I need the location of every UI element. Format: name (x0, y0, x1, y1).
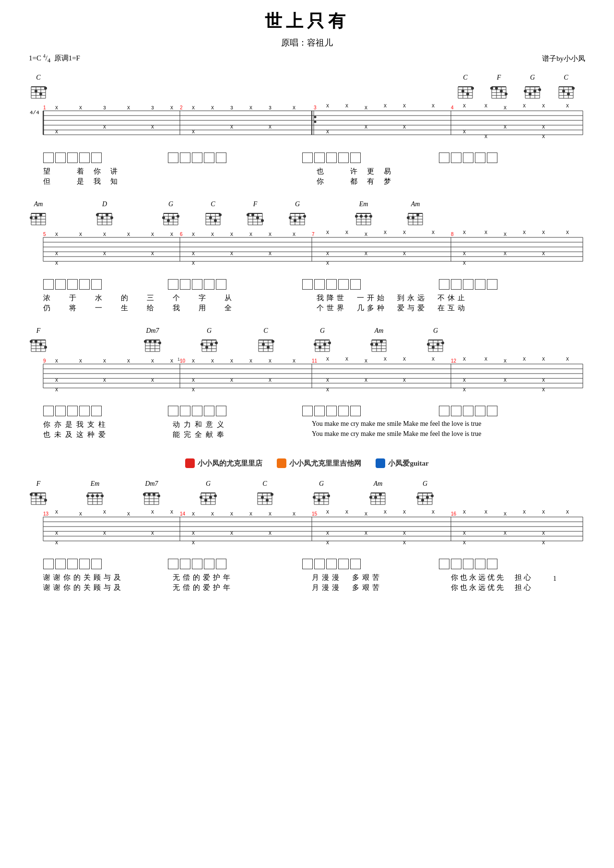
svg-point-299 (149, 340, 152, 343)
svg-text:X: X (103, 531, 106, 536)
svg-text:X: X (269, 531, 272, 536)
svg-text:X: X (542, 531, 545, 536)
chord-label-g9: G (423, 480, 427, 488)
svg-text:X: X (192, 387, 195, 393)
svg-point-23 (466, 93, 469, 95)
svg-point-47 (538, 88, 541, 91)
svg-point-520 (416, 496, 419, 499)
svg-point-181 (256, 216, 259, 219)
svg-text:4/4: 4/4 (30, 110, 39, 116)
svg-point-157 (167, 219, 170, 222)
chord-diagram-c2 (456, 83, 475, 101)
svg-text:X: X (504, 359, 507, 364)
svg-text:X: X (542, 134, 545, 140)
svg-text:X: X (403, 104, 406, 109)
header: 世上只有 原唱：容祖儿 (29, 10, 585, 48)
svg-text:X: X (504, 251, 507, 257)
svg-text:15: 15 (312, 511, 318, 516)
chord-label-g4: G (207, 327, 212, 335)
svg-point-33 (490, 87, 493, 90)
svg-text:X: X (566, 230, 569, 235)
svg-point-206 (360, 215, 363, 218)
svg-text:X: X (504, 106, 507, 111)
lyrics-row-7: 谢谢你的关顾与及 无偿的爱护年 月漫漫 多艰苦 你也永远优先 担心 (29, 573, 585, 582)
svg-text:X: X (151, 359, 154, 364)
svg-point-460 (157, 494, 160, 497)
svg-text:3: 3 (151, 106, 154, 111)
svg-point-495 (313, 496, 316, 499)
svg-text:X: X (103, 232, 106, 237)
svg-text:X: X (365, 106, 367, 111)
svg-point-218 (416, 213, 419, 216)
svg-text:X: X (345, 104, 348, 109)
svg-point-311 (201, 343, 203, 346)
svg-text:X: X (463, 251, 466, 257)
svg-text:X: X (403, 378, 406, 383)
svg-text:X: X (484, 357, 487, 362)
svg-text:X: X (192, 378, 195, 383)
svg-text:X: X (326, 531, 329, 536)
svg-point-326 (267, 346, 270, 349)
svg-point-193 (303, 215, 306, 218)
chord-diagram-g9 (415, 489, 435, 507)
chord-label-em2: Em (91, 480, 100, 488)
meta-row: 1=C 4/4 原调1=F 谱子by小小凤 (29, 53, 585, 64)
chord-diagram-g7 (199, 489, 218, 507)
svg-text:X: X (192, 359, 195, 364)
lyrics-row-2: 但 是我知 你 都有梦 (29, 177, 585, 186)
svg-text:X: X (293, 512, 295, 517)
svg-text:X: X (79, 232, 82, 237)
svg-text:X: X (542, 230, 545, 235)
chord-diagram-g8 (312, 489, 331, 507)
chord-diagram-dm7-1 (143, 336, 162, 354)
chord-label-g8: G (319, 480, 324, 488)
chord-label-c1: C (36, 74, 40, 82)
svg-point-349 (380, 340, 383, 343)
page-number: 1 (553, 575, 556, 583)
svg-point-130 (30, 216, 33, 219)
chord-label-f3: F (36, 327, 41, 335)
svg-point-314 (205, 346, 208, 349)
brand-text-3: 小凤爱guitar (388, 459, 428, 468)
svg-text:X: X (151, 232, 154, 237)
svg-text:X: X (230, 125, 233, 130)
svg-point-471 (214, 494, 217, 497)
section-4: F (29, 327, 585, 439)
svg-point-484 (261, 496, 264, 499)
page: 世上只有 原唱：容祖儿 1=C 4/4 原调1=F 谱子by小小凤 C (0, 0, 614, 868)
chord-diagram-g3 (288, 210, 307, 228)
svg-point-325 (262, 343, 265, 346)
svg-text:X: X (463, 378, 466, 383)
chord-diagram-em1 (354, 210, 373, 228)
svg-text:X: X (269, 359, 272, 364)
svg-text:3: 3 (269, 106, 272, 111)
svg-point-361 (427, 343, 430, 346)
svg-text:X: X (151, 531, 154, 536)
svg-point-9 (44, 87, 47, 90)
lyrics-row-1: 望 着你讲 也 许更易 (29, 167, 585, 176)
svg-point-46 (524, 90, 527, 93)
svg-text:X: X (463, 129, 466, 135)
svg-text:X: X (365, 378, 367, 383)
svg-text:X: X (192, 512, 195, 517)
chord-diagram-am3 (369, 336, 389, 354)
svg-point-473 (204, 499, 207, 502)
svg-text:X: X (293, 106, 295, 111)
svg-point-431 (30, 493, 33, 496)
chord-label-em1: Em (359, 200, 368, 208)
svg-point-288 (44, 346, 47, 349)
svg-point-22 (461, 90, 464, 93)
svg-text:X: X (403, 531, 406, 536)
svg-text:3: 3 (103, 106, 106, 111)
svg-point-129 (39, 213, 42, 216)
svg-text:X: X (211, 512, 214, 517)
chord-diagram-c4 (203, 210, 223, 228)
svg-point-194 (298, 216, 301, 219)
svg-point-324 (272, 340, 274, 343)
svg-point-364 (432, 346, 435, 349)
svg-text:X: X (365, 512, 367, 517)
svg-text:X: X (103, 125, 106, 130)
svg-point-337 (328, 341, 331, 344)
svg-point-338 (323, 343, 326, 346)
svg-text:X: X (384, 510, 387, 515)
